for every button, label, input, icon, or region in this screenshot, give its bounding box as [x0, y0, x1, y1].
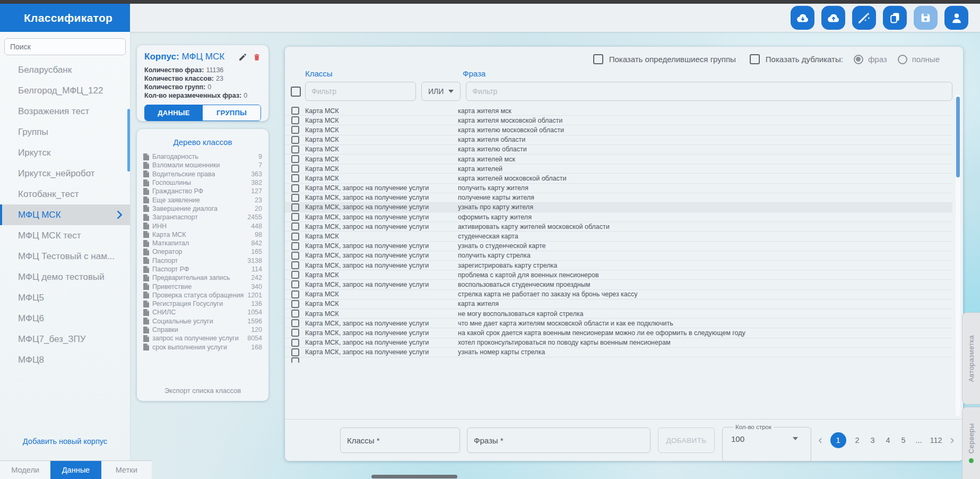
table-row[interactable]: Карта МСК, запрос на получение услугиузн… — [285, 242, 952, 251]
row-checkbox[interactable] — [291, 146, 299, 153]
sidebar-item-corpus[interactable]: Иркутск — [0, 142, 130, 163]
table-row[interactable]: Карта МСКкарта жителя московской области — [285, 116, 952, 125]
class-tree-item[interactable]: Еще заявление23 — [143, 195, 262, 204]
table-row[interactable]: Карта МСК, запрос на получение услугичто… — [285, 319, 952, 328]
table-row[interactable]: Карта МСК, запрос на получение услугипол… — [285, 184, 952, 193]
classes-filter-input[interactable] — [305, 82, 416, 101]
auto-markup-button[interactable] — [852, 6, 876, 30]
table-row[interactable]: Карта МСК, запрос на получение услугиузн… — [285, 203, 952, 212]
table-row[interactable]: Карта МСКкарта жителя — [285, 300, 952, 309]
class-tree-item[interactable]: Взломали мошенники7 — [143, 161, 262, 169]
table-row[interactable]: Карта МСК, запрос на получение услугипол… — [285, 251, 952, 261]
sidebar-scrollbar-thumb[interactable] — [127, 109, 130, 172]
class-tree-item[interactable]: ИНН448 — [143, 221, 262, 230]
row-checkbox[interactable] — [291, 126, 299, 134]
sidebar-item-corpus[interactable]: Иркутск_нейробот — [0, 163, 130, 184]
table-row[interactable]: Карта МСКкарта жителя области — [285, 135, 952, 145]
sidebar-item-corpus[interactable]: МФЦ Тестовый с нам... — [0, 246, 130, 267]
class-tree-item[interactable]: Оператор165 — [143, 247, 262, 256]
table-scrollbar-thumb[interactable] — [956, 97, 960, 177]
row-checkbox[interactable] — [291, 329, 299, 337]
show-duplicates-checkbox[interactable] — [750, 54, 760, 64]
class-tree-item[interactable]: Приветствие340 — [143, 282, 262, 290]
pagination-page[interactable]: 1 — [830, 432, 846, 448]
corpus-tab-groups[interactable]: ГРУППЫ — [203, 105, 261, 121]
row-checkbox[interactable] — [291, 223, 299, 230]
select-all-checkbox[interactable] — [291, 87, 301, 97]
new-classes-input[interactable] — [340, 427, 460, 453]
row-checkbox[interactable] — [291, 348, 299, 356]
row-checkbox[interactable] — [291, 136, 299, 144]
sidebar-item-corpus[interactable]: МФЦ7_без_ЗПУ — [0, 329, 130, 349]
add-phrase-button[interactable]: ДОБАВИТЬ — [658, 427, 715, 453]
pagination-page[interactable]: 2 — [853, 436, 862, 444]
bottom-tab-1[interactable]: Модели — [0, 461, 50, 479]
row-checkbox[interactable] — [291, 319, 299, 327]
row-checkbox[interactable] — [291, 242, 299, 250]
sidebar-item-corpus[interactable]: МФЦ6 — [0, 308, 130, 329]
class-tree-item[interactable]: Карта МСК98 — [143, 230, 262, 239]
row-checkbox[interactable] — [291, 339, 299, 347]
row-checkbox[interactable] — [291, 165, 299, 173]
phrase-filter-input[interactable] — [466, 82, 952, 101]
table-row[interactable]: Карта МСКкарта жителю области — [285, 145, 952, 155]
duplicates-radio-full[interactable] — [898, 55, 907, 64]
filter-operator-select[interactable]: ИЛИ — [421, 82, 461, 101]
row-checkbox[interactable] — [291, 107, 299, 115]
class-tree-item[interactable]: Социальные услуги1596 — [143, 317, 262, 326]
export-classes-link[interactable]: Экспорт списка классов — [137, 387, 268, 395]
row-checkbox[interactable] — [291, 310, 299, 318]
user-button[interactable] — [944, 6, 968, 30]
sidebar-item-corpus[interactable]: МФЦ8 — [0, 349, 130, 370]
class-tree-item[interactable]: Паспорт РФ114 — [143, 265, 262, 273]
class-tree-item[interactable]: Водительские права363 — [143, 170, 262, 178]
row-checkbox[interactable] — [291, 280, 299, 288]
table-row[interactable]: Карта МСКкарта жителю московской области — [285, 125, 952, 135]
sidebar-item-corpus[interactable]: Белгород_МФЦ_122 — [0, 80, 130, 101]
row-checkbox[interactable] — [291, 252, 299, 260]
row-checkbox[interactable] — [291, 116, 299, 124]
class-tree-item[interactable]: Справки120 — [143, 326, 262, 334]
cloud-upload-button[interactable] — [821, 6, 845, 30]
pagination-page[interactable]: 3 — [869, 436, 877, 444]
sidebar-item-corpus[interactable]: Возражения тест — [0, 101, 130, 122]
class-tree-item[interactable]: Гражданство РФ127 — [143, 187, 262, 195]
pagination-prev[interactable]: ‹ — [817, 432, 823, 448]
class-tree-item[interactable]: срок выполнения услуги168 — [143, 343, 262, 352]
table-row[interactable]: Карта МСК, запрос на получение услугипол… — [285, 193, 952, 203]
table-row[interactable]: Карта МСКстрелка карта не работает по за… — [285, 290, 952, 300]
delete-corpus-button[interactable] — [253, 53, 261, 62]
table-row[interactable]: Карта МСК, запрос на получение услугизар… — [285, 261, 952, 270]
sidebar-item-corpus[interactable]: МФЦ5 — [0, 287, 130, 308]
table-row[interactable]: Карта МСК, запрос на получение услугивос… — [285, 280, 952, 289]
class-tree-item[interactable]: Проверка статуса обращения1201 — [143, 291, 262, 300]
class-tree-item[interactable]: Загранпаспорт2455 — [143, 213, 262, 221]
save-button[interactable] — [914, 6, 938, 30]
sidebar-item-corpus[interactable]: МФЦ МСК — [0, 204, 130, 225]
row-checkbox[interactable] — [291, 213, 299, 221]
sidebar-item-corpus[interactable]: МФЦ демо тестовый — [0, 267, 130, 287]
sidebar-item-corpus[interactable]: Группы — [0, 122, 130, 142]
table-row[interactable]: Карта МСКкарта жителей московской област… — [285, 174, 952, 183]
table-row[interactable]: Карта МСКкарта жителей мск — [285, 155, 952, 164]
sidebar-item-corpus[interactable]: Беларусбанк — [0, 59, 130, 80]
duplicates-radio-phrases[interactable] — [854, 55, 863, 64]
class-tree-item[interactable]: Благодарность9 — [143, 152, 262, 161]
tab-servers[interactable]: Серверы — [962, 407, 980, 479]
cloud-download-button[interactable] — [791, 6, 814, 30]
bottom-tab-2[interactable]: Данные — [50, 461, 101, 479]
rows-per-page-select[interactable]: Кол-во строк 100 — [722, 424, 811, 462]
pagination-next[interactable]: › — [949, 432, 955, 448]
table-row[interactable]: Карта МСК, запрос на получение услугихот… — [285, 338, 952, 348]
row-checkbox[interactable] — [291, 174, 299, 182]
class-tree-item[interactable]: запрос на получение услуги8054 — [143, 334, 262, 343]
corpus-tab-data[interactable]: ДАННЫЕ — [145, 105, 203, 121]
class-tree-item[interactable]: Паспорт3138 — [143, 256, 262, 265]
table-row[interactable]: Карта МСКстуденческая карта — [285, 232, 952, 241]
row-checkbox[interactable] — [291, 194, 299, 202]
row-checkbox[interactable] — [291, 184, 299, 192]
bottom-tab-3[interactable]: Метки — [101, 461, 152, 479]
new-phrases-input[interactable] — [467, 427, 651, 453]
horizontal-scrollbar-thumb[interactable] — [371, 475, 457, 478]
class-tree-item[interactable]: Регистрация Госуслуги136 — [143, 300, 262, 308]
